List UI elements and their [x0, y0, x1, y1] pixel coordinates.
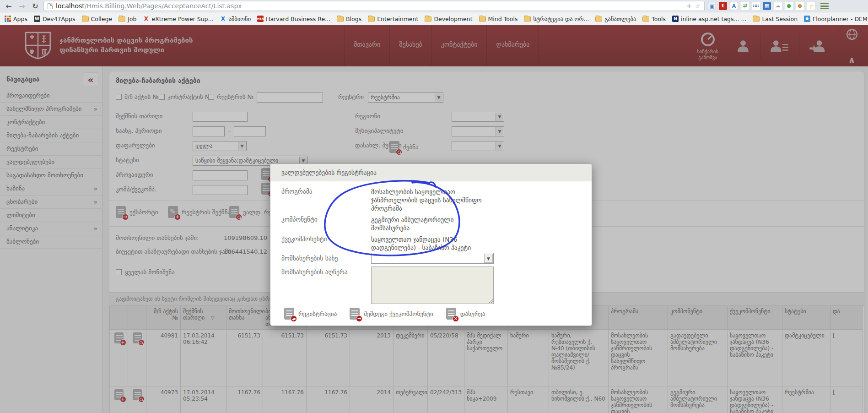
folder-icon — [753, 16, 760, 22]
dialog-next-subcomponent-button[interactable]: → შემდეგი ქვეკომპონენტი — [350, 308, 433, 320]
folder-icon — [82, 16, 89, 22]
apps-grid-icon — [5, 16, 11, 22]
bookmark-item[interactable]: XeXtreme Power Sup... — [143, 16, 213, 22]
cloud-icon[interactable]: ☁ — [774, 2, 782, 10]
folder-icon — [595, 16, 602, 22]
subcomponent-value: საყოველთაო ჯანდაცვა (N36 დადგენილება) - … — [371, 235, 488, 252]
forward-icon[interactable]: → — [17, 2, 27, 11]
bookmark-folder[interactable]: Entertainment — [368, 16, 418, 22]
crane-icon[interactable]: ┌ — [807, 2, 815, 10]
url-path: /Hmis.Billing.Web/Pages/AcceptanceAct/Li… — [85, 2, 242, 10]
bookmark-apps[interactable]: Apps — [5, 16, 27, 22]
dots-grid-icon[interactable]: ∷∷ — [752, 2, 760, 10]
folder-icon — [337, 16, 344, 22]
bookmark-item[interactable]: Xამბიონი — [220, 16, 251, 22]
chrome-menu-icon[interactable] — [820, 3, 829, 9]
bookmarks-bar: Apps WDev47Apps College Job XeXtreme Pow… — [0, 12, 868, 25]
bookmark-star-icon[interactable]: ☆ — [695, 3, 701, 10]
bookmark-favicon: HBR — [257, 16, 264, 22]
folder-icon — [119, 16, 125, 22]
window-extension-icon[interactable]: ▣ — [708, 2, 716, 10]
bookmark-favicon: N — [672, 16, 679, 22]
service-desc-label: მომსახურების აღწერა — [281, 268, 368, 276]
refresh-icon[interactable]: ↻ — [30, 2, 40, 11]
map-pin-icon[interactable]: ● — [785, 2, 793, 10]
bookmark-folder[interactable]: Mind Tools — [479, 16, 518, 22]
doc-icon: → — [350, 308, 360, 320]
obligations-registration-dialog: ვალდებულებების რეგისტრაცია პროგრამა მოსა… — [270, 163, 592, 326]
page-icon — [48, 3, 53, 9]
bookmark-item[interactable]: WDev47Apps — [34, 16, 75, 22]
bookmark-favicon: W — [34, 16, 40, 22]
resize-arrows-icon[interactable]: ⇄ — [741, 2, 749, 10]
resize-grip-icon[interactable] — [488, 299, 493, 303]
service-desc-textarea[interactable] — [371, 266, 494, 304]
folder-icon — [479, 16, 486, 22]
calendar-icon[interactable]: ▦ — [763, 2, 771, 10]
bookmark-favicon: ● — [804, 16, 810, 22]
folder-icon — [368, 16, 375, 22]
bookmark-item[interactable]: Ninline asp.net tags... ... — [672, 16, 746, 22]
bookmark-folder[interactable]: Job — [119, 16, 136, 22]
component-value: გეგმიური ამბულატორიული მომსახურება — [371, 216, 488, 232]
arrow-right-icon: → — [356, 315, 362, 322]
bookmark-item[interactable]: HBRHarvard Business Re... — [257, 16, 330, 22]
program-value: მოსახლეობის საყოველთაო ჯანმრთელობის დაცვ… — [371, 188, 488, 212]
dialog-register-button[interactable]: რეგისტრაცია — [284, 308, 337, 320]
subcomponent-label: ქვეკომპონენტი — [281, 235, 368, 243]
bookmark-favicon: X — [220, 16, 226, 22]
bookmark-item[interactable]: ●Floorplanner - DEM... — [804, 16, 868, 22]
letter-t-extension-icon[interactable]: t — [719, 2, 727, 10]
bookmark-favicon: X — [143, 16, 149, 22]
cookie-icon[interactable]: ● — [796, 2, 804, 10]
program-label: პროგრამა — [281, 188, 368, 195]
browser-chrome: ← → ↻ localhost/Hmis.Billing.Web/Pages/A… — [0, 0, 868, 25]
service-type-select[interactable]: ▼ — [371, 253, 494, 264]
close-icon: × — [453, 315, 459, 322]
dialog-close-button[interactable]: × დახურვა — [446, 308, 485, 320]
folder-icon — [524, 16, 531, 22]
move-element-icon[interactable]: ✛ — [686, 3, 691, 10]
service-type-label: მომსახურების სახე — [281, 255, 368, 262]
bookmark-folder[interactable]: განათლება — [595, 16, 636, 22]
translate-icon[interactable]: A — [730, 2, 738, 10]
url-host: localhost — [56, 2, 85, 10]
bookmark-folder[interactable]: Development — [425, 16, 472, 22]
back-icon[interactable]: ← — [4, 2, 14, 11]
address-bar: ← → ↻ localhost/Hmis.Billing.Web/Pages/A… — [0, 0, 868, 12]
dialog-title: ვალდებულებების რეგისტრაცია — [270, 164, 592, 181]
doc-icon — [284, 308, 294, 320]
bookmark-folder[interactable]: Tools — [642, 16, 666, 22]
bookmark-folder[interactable]: Last Session — [753, 16, 798, 22]
chevron-down-icon: ▼ — [484, 254, 493, 263]
register-icon — [291, 315, 297, 322]
extension-icons: ▣ t A ⇄ ∷∷ ▦ ☁ ● ● ┌ — [708, 2, 829, 10]
folder-icon — [642, 16, 649, 22]
component-label: კომპონენტი — [281, 216, 368, 223]
bookmark-folder[interactable]: Blogs — [337, 16, 361, 22]
bookmark-folder[interactable]: სტრატეგია და ორ... — [524, 16, 589, 22]
folder-icon — [425, 16, 431, 22]
bookmark-folder[interactable]: College — [82, 16, 113, 22]
url-input[interactable]: localhost/Hmis.Billing.Web/Pages/Accepta… — [43, 1, 705, 11]
doc-icon: × — [446, 308, 456, 320]
